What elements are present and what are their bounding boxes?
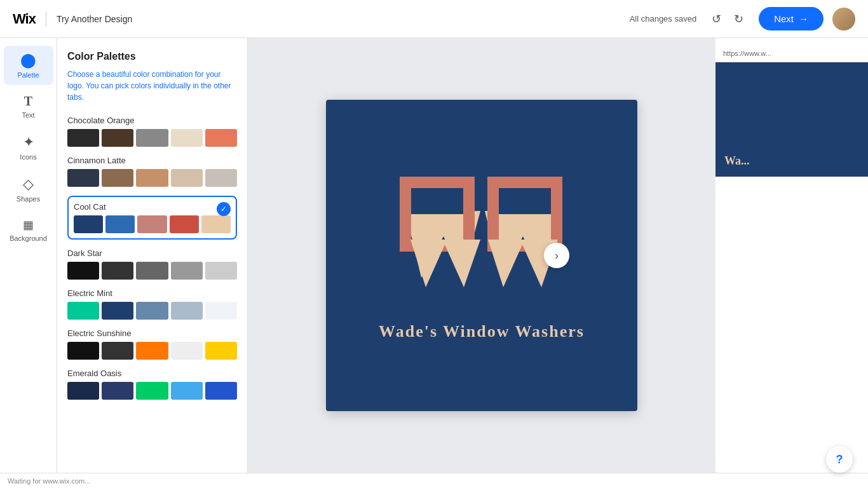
avatar[interactable] bbox=[832, 8, 855, 30]
palette-emerald-oasis[interactable]: Emerald Oasis bbox=[67, 369, 237, 400]
logo-card: Wade's Window Washers bbox=[326, 100, 637, 411]
text-label: Text bbox=[22, 111, 34, 119]
sidebar-item-shapes[interactable]: ◇ Shapes bbox=[4, 170, 53, 209]
main-area: ⬤ Palette T Text ✦ Icons ◇ Shapes ▦ Back… bbox=[0, 38, 868, 473]
swatches bbox=[74, 215, 231, 233]
palette-electric-mint[interactable]: Electric Mint bbox=[67, 288, 237, 320]
canvas-area: Wade's Window Washers › bbox=[248, 38, 715, 473]
sidebar-item-background[interactable]: ▦ Background bbox=[4, 212, 53, 248]
palette-cinnamon-latte[interactable]: Cinnamon Latte bbox=[67, 156, 237, 187]
palette-name: Emerald Oasis bbox=[67, 369, 237, 378]
help-button[interactable]: ? bbox=[826, 446, 853, 473]
topbar-title: Try Another Design bbox=[57, 14, 630, 24]
next-arrow-icon: → bbox=[799, 13, 808, 24]
next-preview-arrow[interactable]: › bbox=[544, 243, 569, 268]
background-icon: ▦ bbox=[23, 218, 34, 232]
background-label: Background bbox=[10, 234, 47, 242]
swatches bbox=[67, 129, 237, 147]
palette-label: Palette bbox=[17, 71, 39, 79]
shapes-icon: ◇ bbox=[23, 176, 34, 193]
topbar: Wix Try Another Design All changes saved… bbox=[0, 0, 868, 38]
preview-url: https://www.w... bbox=[715, 44, 779, 62]
swatches bbox=[67, 382, 237, 400]
palette-chocolate-orange[interactable]: Chocolate Orange bbox=[67, 116, 237, 147]
company-name: Wade's Window Washers bbox=[379, 322, 585, 341]
right-preview-panel: https://www.w... Wa... bbox=[715, 38, 868, 473]
status-text: Waiting for www.wix.com... bbox=[8, 477, 90, 485]
avatar-image bbox=[832, 8, 855, 30]
sidebar-item-palette[interactable]: ⬤ Palette bbox=[4, 46, 53, 85]
icon-sidebar: ⬤ Palette T Text ✦ Icons ◇ Shapes ▦ Back… bbox=[0, 38, 57, 473]
palette-electric-sunshine[interactable]: Electric Sunshine bbox=[67, 329, 237, 360]
redo-button[interactable]: ↻ bbox=[729, 8, 749, 30]
swatches bbox=[67, 262, 237, 280]
next-label: Next bbox=[774, 13, 794, 24]
icons-label: Icons bbox=[20, 153, 36, 161]
palette-name: Electric Mint bbox=[67, 288, 237, 298]
sidebar-item-icons[interactable]: ✦ Icons bbox=[4, 128, 53, 167]
next-button[interactable]: Next → bbox=[759, 7, 824, 30]
icons-icon: ✦ bbox=[23, 134, 34, 151]
panel-description: Choose a beautiful color combination for… bbox=[67, 69, 237, 103]
palette-dark-star[interactable]: Dark Star bbox=[67, 248, 237, 280]
selected-checkmark: ✓ bbox=[217, 202, 231, 216]
palette-name: Chocolate Orange bbox=[67, 116, 237, 125]
palette-panel: Color Palettes Choose a beautiful color … bbox=[57, 38, 248, 473]
text-icon: T bbox=[24, 94, 32, 109]
topbar-divider bbox=[46, 11, 46, 27]
undo-redo-group: ↺ ↻ bbox=[707, 8, 749, 30]
logo-graphic bbox=[386, 170, 577, 309]
palette-name: Electric Sunshine bbox=[67, 329, 237, 338]
preview-company-name: Wa... bbox=[724, 154, 750, 168]
panel-title: Color Palettes bbox=[67, 51, 237, 62]
palette-icon: ⬤ bbox=[20, 52, 36, 69]
wix-logo: Wix bbox=[13, 11, 36, 27]
shapes-label: Shapes bbox=[17, 195, 40, 203]
preview-card: Wa... bbox=[715, 62, 868, 177]
sidebar-item-text[interactable]: T Text bbox=[4, 88, 53, 125]
swatches bbox=[67, 302, 237, 320]
swatches bbox=[67, 342, 237, 360]
palette-name: Cool Cat bbox=[74, 202, 231, 212]
palette-name: Cinnamon Latte bbox=[67, 156, 237, 165]
palette-cool-cat[interactable]: ✓ Cool Cat bbox=[67, 196, 237, 240]
swatches bbox=[67, 169, 237, 187]
save-status: All changes saved bbox=[630, 14, 697, 24]
palette-name: Dark Star bbox=[67, 248, 237, 258]
undo-button[interactable]: ↺ bbox=[707, 8, 726, 30]
status-bar: Waiting for www.wix.com... bbox=[0, 473, 868, 488]
